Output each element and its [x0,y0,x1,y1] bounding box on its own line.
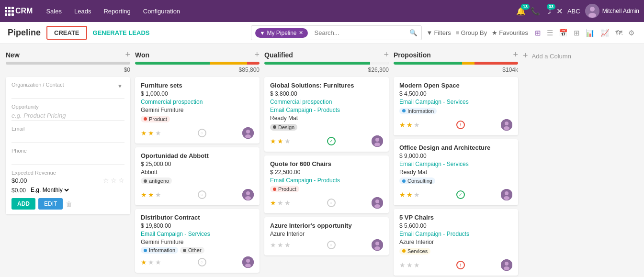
edit-button[interactable]: EDIT [38,198,63,210]
star3[interactable]: ★ [414,191,420,199]
star3[interactable]: ★ [414,121,420,129]
star2[interactable]: ★ [407,191,413,199]
add-column-button[interactable]: + [523,51,528,61]
list-view-btn[interactable]: ☰ [545,28,555,38]
card-stars[interactable]: ★ ★ ★ [399,261,420,269]
star2[interactable]: ★ [148,191,154,199]
calendar-view-btn[interactable]: 📅 [557,28,570,38]
menu-reporting[interactable]: Reporting [98,5,136,18]
column-proposition-header: Proposition + [394,50,518,60]
revenue-type-select[interactable]: E.g. Monthly [29,186,70,194]
column-won-add-btn[interactable]: + [254,50,260,60]
search-input[interactable] [311,27,407,38]
org-input[interactable] [11,89,124,99]
star3[interactable]: ★ [284,241,291,249]
card-furniture-sets[interactable]: Furniture sets $ 1,000.00 Commercial pro… [135,77,260,144]
card-footer: ★ ★ ★ ○ [141,127,254,139]
card-stars[interactable]: ★ ★ ★ [399,121,420,129]
delete-button[interactable]: 🗑 [66,198,72,210]
my-pipeline-filter[interactable]: ▼ My Pipeline ✕ [255,28,308,38]
star3[interactable]: ★ [284,137,291,145]
menu-sales[interactable]: Sales [40,5,68,18]
card-amount: $ 9,000.00 [399,153,512,159]
star1[interactable]: ★ [270,199,276,207]
card-azure[interactable]: Azure Interior's opportunity Azure Inter… [264,217,389,255]
star2[interactable]: ☆ [111,177,117,184]
star1[interactable]: ☆ [103,177,109,184]
star2[interactable]: ★ [148,258,154,266]
star2[interactable]: ★ [148,129,154,137]
card-stars[interactable]: ★ ★ ★ [141,258,161,266]
star3[interactable]: ☆ [118,177,124,184]
card-stars[interactable]: ★ ★ ★ [270,137,291,145]
user-avatar [585,4,599,18]
star1[interactable]: ★ [141,129,147,137]
star3[interactable]: ★ [414,261,420,269]
favourites-button[interactable]: ★ Favourites [492,29,528,36]
card-tag: Design [270,124,297,131]
generate-leads-button[interactable]: GENERATE LEADS [93,29,150,36]
card-subtitle: Email Campaign - Products [270,177,383,184]
column-new-add-btn[interactable]: + [125,50,130,60]
kanban-view-btn[interactable]: ⊞ [533,28,543,38]
settings-btn[interactable]: ⚙ [626,28,636,38]
tag-dot [144,249,147,252]
opportunity-input[interactable] [11,111,124,121]
card-stars[interactable]: ★ ★ ★ [270,241,291,249]
phone-icon[interactable]: 📞 [531,7,540,16]
card-modern-open-space[interactable]: Modern Open Space $ 4,500.00 Email Campa… [394,77,518,135]
star1[interactable]: ★ [270,241,276,249]
card-5vp-chairs[interactable]: 5 VP Chairs $ 5,600.00 Email Campaign - … [394,209,518,276]
svg-point-29 [504,266,509,270]
star1[interactable]: ★ [270,137,276,145]
filter-close-icon[interactable]: ✕ [299,30,303,36]
card-stars[interactable]: ★ ★ ★ [141,129,161,137]
close-icon[interactable]: ✕ [556,7,563,16]
column-qualified-add-btn[interactable]: + [384,50,389,60]
card-subtitle: Commercial prospection [270,99,383,105]
star1[interactable]: ★ [399,191,406,199]
app-logo[interactable]: CRM [5,7,33,16]
menu-leads[interactable]: Leads [68,5,97,18]
star2[interactable]: ★ [277,241,283,249]
card-global-solutions[interactable]: Global Solutions: Furnitures $ 3,800.00 … [264,77,389,152]
line-chart-btn[interactable]: 📈 [599,28,611,38]
email-input[interactable] [11,133,124,143]
star3[interactable]: ★ [155,191,161,199]
star2[interactable]: ★ [407,121,413,129]
card-stars[interactable]: ★ ★ ★ [270,199,291,207]
card-office-design[interactable]: Office Design and Architecture $ 9,000.0… [394,139,518,206]
filters-button[interactable]: ▼ Filters [427,29,451,36]
star3[interactable]: ★ [155,129,161,137]
card-stars[interactable]: ★ ★ ★ [399,191,420,199]
card-stars[interactable]: ★ ★ ★ [141,191,161,199]
column-proposition-add-btn[interactable]: + [513,50,518,60]
star3[interactable]: ★ [155,258,161,266]
star1[interactable]: ★ [141,191,147,199]
card-600-chairs[interactable]: Quote for 600 Chairs $ 22,500.00 Email C… [264,155,389,214]
menu-configuration[interactable]: Configuration [137,5,186,18]
card-distributor[interactable]: Distributor Contract $ 19,800.00 Email C… [135,209,260,273]
star1[interactable]: ★ [399,261,406,269]
bar-chart-btn[interactable]: 📊 [584,28,597,38]
map-btn[interactable]: 🗺 [613,28,624,38]
notifications-icon[interactable]: 🔔 13 [516,7,526,16]
phone-input[interactable] [11,155,124,165]
star1[interactable]: ★ [141,258,147,266]
groupby-button[interactable]: ≡ Group By [456,29,487,36]
card-title: Global Solutions: Furnitures [270,82,383,89]
moon-icon[interactable]: ☽ 33 [545,7,552,16]
activity-icon: ○ [327,241,336,249]
star3[interactable]: ★ [284,199,291,207]
add-button[interactable]: ADD [11,198,35,210]
card-abbott[interactable]: Oportunidad de Abbott $ 25,000.00 Abbott… [135,147,260,206]
create-button[interactable]: CREATE [46,26,87,40]
search-button[interactable]: 🔍 [409,29,418,36]
star2[interactable]: ★ [277,137,283,145]
svg-point-25 [505,191,508,195]
star2[interactable]: ★ [407,261,413,269]
grid-view-btn[interactable]: ⊞ [572,28,582,38]
user-menu[interactable]: Mitchell Admin [585,4,639,18]
star2[interactable]: ★ [277,199,283,207]
star1[interactable]: ★ [399,121,406,129]
